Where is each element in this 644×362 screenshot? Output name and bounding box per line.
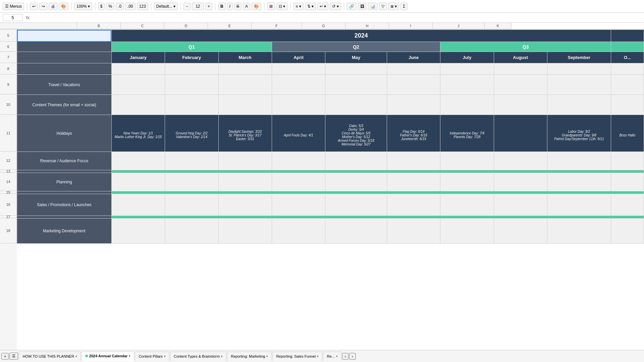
cell-A13[interactable] — [17, 170, 112, 173]
font-name-button[interactable]: Default... ▾ — [154, 3, 178, 10]
tab-reporting-sales-funnel[interactable]: Reporting: Sales Funnel ▾ — [272, 352, 322, 361]
tab-content-pillars-dropdown[interactable]: ▾ — [164, 355, 166, 358]
cell-C9[interactable] — [165, 75, 218, 95]
cell-B11-holidays-jan[interactable]: New Years Day: 1/1 Martin Luther King Jr… — [111, 115, 165, 152]
valign-button[interactable]: ⇅ ▾ — [305, 3, 316, 10]
cell-C16[interactable] — [165, 194, 218, 216]
cell-K10[interactable] — [611, 95, 644, 115]
redo-button[interactable]: ↪ — [39, 3, 47, 10]
cell-J11-holidays-sep[interactable]: Labor Day: 9/2 Grandparents' Day: 9/8 Pa… — [547, 115, 611, 152]
cell-D11-holidays-mar[interactable]: Daylight Savings: 3/10 St. Patrick's Day… — [218, 115, 272, 152]
cell-E11-holidays-apr[interactable]: April Fools Day: 4/1 — [272, 115, 325, 152]
cell-reference-input[interactable] — [3, 14, 23, 21]
cell-K14[interactable] — [611, 173, 644, 191]
tab-navigate-next[interactable]: › — [349, 353, 356, 360]
row-num-8[interactable]: 8 — [0, 63, 17, 74]
row-num-14[interactable]: 14 — [0, 173, 17, 191]
percent-button[interactable]: % — [106, 3, 114, 10]
cell-E12[interactable] — [272, 152, 325, 170]
row-num-13[interactable]: 13 — [0, 170, 17, 173]
sum-button[interactable]: Σ — [400, 3, 408, 10]
wrap-button[interactable]: ↵ ▾ — [317, 3, 328, 10]
cell-A8[interactable] — [17, 63, 112, 75]
cell-C14[interactable] — [165, 173, 218, 191]
tab-reporting-sales-funnel-dropdown[interactable]: ▾ — [317, 355, 319, 358]
cell-G9[interactable] — [387, 75, 440, 95]
tab-2024-dropdown[interactable]: ▾ — [129, 354, 130, 358]
menus-button[interactable]: ☰ Menus — [3, 3, 24, 10]
cell-K5[interactable] — [611, 30, 644, 42]
number-format-button[interactable]: 123 — [137, 3, 148, 10]
tab-re-dropdown[interactable]: ▾ — [336, 355, 338, 358]
cell-H18[interactable] — [440, 219, 494, 244]
cell-F16[interactable] — [325, 194, 387, 216]
cell-K9[interactable] — [611, 75, 644, 95]
tab-content-pillars[interactable]: Content Pillars ▾ — [135, 352, 169, 361]
cell-J18[interactable] — [547, 219, 611, 244]
cell-J16[interactable] — [547, 194, 611, 216]
cell-B14[interactable] — [111, 173, 165, 191]
cell-F11-holidays-may[interactable]: Oaks: 5/3 Derby: 5/4 Cinco de Mayo: 5/5 … — [325, 115, 387, 152]
cell-K12[interactable] — [611, 152, 644, 170]
cell-G11-holidays-jun[interactable]: Flag Day: 6/14 Father's Day: 6/16 Junete… — [387, 115, 440, 152]
add-sheet-button[interactable]: + — [1, 353, 9, 360]
decimal-decrease-button[interactable]: .0 — [116, 3, 124, 10]
row-num-16[interactable]: 16 — [0, 194, 17, 216]
col-header-G[interactable]: G — [302, 23, 345, 29]
cell-K6[interactable] — [611, 42, 644, 52]
cell-I11-holidays-aug[interactable] — [494, 115, 547, 152]
font-increase-button[interactable]: + — [205, 3, 212, 10]
font-decrease-button[interactable]: − — [183, 3, 191, 10]
cell-I12[interactable] — [494, 152, 547, 170]
cell-B12[interactable] — [111, 152, 165, 170]
col-header-E[interactable]: E — [208, 23, 252, 29]
strikethrough-button[interactable]: S — [234, 3, 241, 10]
cell-J8[interactable] — [547, 63, 611, 75]
row-num-10[interactable]: 10 — [0, 95, 17, 115]
cell-E9[interactable] — [272, 75, 325, 95]
image-button[interactable]: 🖼 — [358, 3, 367, 10]
cell-C10[interactable] — [165, 95, 218, 115]
conditional-format-button[interactable]: ≣ ▾ — [388, 3, 399, 10]
cell-A5[interactable] — [17, 30, 112, 42]
cell-H16[interactable] — [440, 194, 494, 216]
cell-A17[interactable] — [17, 216, 112, 219]
cell-B10[interactable] — [111, 95, 165, 115]
cell-F10[interactable] — [325, 95, 387, 115]
row-num-7[interactable]: 7 — [0, 52, 17, 63]
cell-K11-holidays-oct[interactable]: Boss Hallo — [611, 115, 644, 152]
cell-G14[interactable] — [387, 173, 440, 191]
row-num-5[interactable]: 5 — [0, 29, 17, 42]
italic-button[interactable]: I — [227, 3, 233, 10]
tab-re[interactable]: Re... ▾ — [323, 352, 341, 361]
chart-button[interactable]: 📊 — [368, 3, 378, 10]
merge-button[interactable]: ⊡ ▾ — [276, 3, 287, 10]
currency-button[interactable]: $ — [98, 3, 105, 10]
filter-button[interactable]: ▽ — [379, 3, 387, 10]
cell-B8[interactable] — [111, 63, 165, 75]
cell-H12[interactable] — [440, 152, 494, 170]
cell-K18[interactable] — [611, 219, 644, 244]
font-size-input[interactable] — [192, 3, 204, 10]
cell-G16[interactable] — [387, 194, 440, 216]
cell-F18[interactable] — [325, 219, 387, 244]
tab-how-to-use[interactable]: HOW TO USE THIS PLANNER ▾ — [19, 352, 80, 361]
row-num-12[interactable]: 12 — [0, 152, 17, 170]
cell-D8[interactable] — [218, 63, 272, 75]
cell-G8[interactable] — [387, 63, 440, 75]
cell-F12[interactable] — [325, 152, 387, 170]
formula-icon[interactable]: fx — [25, 15, 31, 20]
col-header-C[interactable]: C — [121, 23, 164, 29]
all-sheets-button[interactable]: ☰ — [9, 353, 18, 360]
cell-J9[interactable] — [547, 75, 611, 95]
tab-reporting-marketing-dropdown[interactable]: ▾ — [266, 355, 268, 358]
cell-B18[interactable] — [111, 219, 165, 244]
cell-I10[interactable] — [494, 95, 547, 115]
cell-B16[interactable] — [111, 194, 165, 216]
fill-color-button[interactable]: 🎨 — [252, 3, 261, 10]
cell-H14[interactable] — [440, 173, 494, 191]
cell-A6[interactable] — [17, 42, 112, 52]
cell-I14[interactable] — [494, 173, 547, 191]
tab-how-to-use-dropdown[interactable]: ▾ — [75, 355, 77, 358]
row-num-17[interactable]: 17 — [0, 216, 17, 218]
